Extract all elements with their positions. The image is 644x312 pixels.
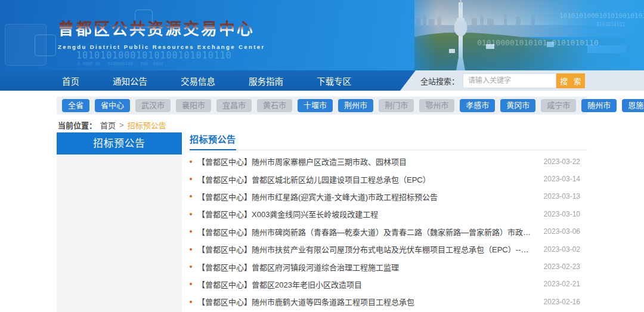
nav-item-trading[interactable]: 交易信息	[181, 75, 215, 87]
bullet-icon	[190, 265, 192, 268]
nav-item-home[interactable]: 首页	[62, 75, 79, 87]
list-item: 【曾都区中心】曾都区府河镇段河道综合治理工程施工监理 2023-02-23	[190, 258, 587, 275]
announcement-date: 2023-02-23	[544, 262, 580, 271]
search-input[interactable]	[463, 73, 556, 88]
list-item: 【曾都区中心】随州市鹿鹤大道等四条道路工程项目工程总承包 2023-02-16	[190, 293, 587, 310]
list-item: 【曾都区中心】随州市周家寨棚户区改造三期市政、园林项目 2023-03-22	[190, 153, 587, 170]
region-filter-button[interactable]: 十堰市	[298, 99, 333, 112]
announcement-date: 2023-03-06	[544, 227, 580, 236]
bullet-icon	[190, 195, 192, 197]
sidebar-panel	[57, 155, 182, 312]
search-button[interactable]: 搜 索	[556, 73, 585, 88]
binary-decor-text: 0 0000 00 0100000100 000 0000	[78, 61, 163, 66]
announcement-link[interactable]: 【曾都区中心】曾都区2023年老旧小区改造项目	[197, 279, 535, 290]
bullet-icon	[190, 160, 192, 163]
breadcrumb-current: 招标预公告	[128, 119, 166, 131]
announcement-date: 2023-02-16	[544, 298, 580, 306]
region-filter-button[interactable]: 荆门市	[379, 99, 414, 112]
bullet-icon	[190, 178, 192, 180]
region-filter-button[interactable]: 武汉市	[135, 99, 171, 112]
breadcrumb-separator: >	[119, 121, 124, 129]
announcement-date: 2023-03-13	[544, 192, 580, 200]
binary-decor-text: 0101010101	[596, 22, 625, 27]
list-item: 【曾都区中心】曾都区2023年老旧小区改造项目 2023-02-21	[190, 276, 587, 293]
nav-item-guide[interactable]: 服务指南	[249, 75, 283, 87]
breadcrumb: 当前位置： 首页 > 招标预公告	[58, 119, 166, 131]
header-banner: 曾都区公共资源交易中心 Zengdu District Public Resou…	[0, 0, 644, 70]
region-filter-button[interactable]: 咸宁市	[541, 99, 576, 112]
announcement-link[interactable]: 【曾都区中心】曾都区府河镇段河道综合治理工程施工监理	[197, 261, 535, 273]
list-item: 【曾都区中心】随州市红星路(迎宾大道-文峰大道)市政工程招标预公告 2023-0…	[190, 188, 587, 205]
section-title: 招标预公告	[190, 134, 236, 144]
announcement-link[interactable]: 【曾都区中心】随州市周家寨棚户区改造三期市政、园林项目	[197, 156, 535, 167]
announcement-date: 2023-03-14	[544, 175, 580, 183]
site-search: 全站搜索： 搜 索	[416, 70, 644, 91]
announcement-link[interactable]: 【曾都区中心】X003龚金线同兴至长岭坡段改建工程	[197, 208, 535, 220]
region-filter-button[interactable]: 随州市	[581, 99, 617, 112]
site-subtitle-en: Zengdu District Public Resources Exchang…	[58, 44, 265, 50]
binary-decor-text: 10101010001010100101010110	[76, 50, 232, 61]
bullet-icon	[190, 301, 192, 303]
announcement-link[interactable]: 【曾都区中心】随州市鹿鹤大道等四条道路工程项目工程总承包	[197, 296, 535, 307]
announcement-date: 2023-03-10	[544, 210, 580, 218]
announcement-list: 【曾都区中心】随州市周家寨棚户区改造三期市政、园林项目 2023-03-22 【…	[190, 153, 587, 312]
search-label: 全站搜索：	[420, 75, 459, 87]
section-header: 招标预公告	[190, 132, 587, 150]
site-brand: 曾都区公共资源交易中心 Zengdu District Public Resou…	[58, 16, 265, 50]
breadcrumb-prefix: 当前位置：	[58, 119, 97, 131]
region-filter-button[interactable]: 黄石市	[257, 99, 292, 112]
region-filter-button[interactable]: 荆州市	[338, 99, 373, 112]
main-content: 招标预公告 【曾都区中心】随州市周家寨棚户区改造三期市政、园林项目 2023-0…	[190, 132, 587, 312]
page: 曾都区公共资源交易中心 Zengdu District Public Resou…	[0, 0, 644, 312]
announcement-link[interactable]: 【曾都区中心】随州市碑岗新路（青春路—乾泰大道）及青春二路（魏家新路—曾家新路）…	[197, 226, 535, 237]
announcement-date: 2023-03-02	[544, 245, 580, 254]
region-filter-button[interactable]: 恩施州	[622, 99, 644, 112]
binary-decor-text: 10101010001010100101010101	[559, 12, 644, 20]
announcement-link[interactable]: 【曾都区中心】随州市红星路(迎宾大道-文峰大道)市政工程招标预公告	[197, 191, 535, 202]
header-cityscape-image	[414, 0, 644, 70]
list-item: 【曾都区中心】曾都区城北新区幼儿园建设项目工程总承包（EPC） 2023-03-…	[190, 170, 587, 187]
region-filter-button[interactable]: 省中心	[95, 99, 130, 112]
main-navbar: 首页 通知公告 交易信息 服务指南 下载专区 全站搜索： 搜 索	[0, 70, 644, 91]
region-filter-button[interactable]: 鄂州市	[419, 99, 454, 112]
region-filter-bar: 全省 省中心 武汉市 襄阳市 宜昌市 黄石市 十堰市 荆州市 荆门市 鄂州市 孝…	[57, 97, 587, 115]
region-filter-button[interactable]: 宜昌市	[216, 99, 252, 112]
region-filter-button[interactable]: 黄冈市	[500, 99, 535, 112]
bullet-icon	[190, 248, 192, 251]
sidebar: 招标预公告	[57, 132, 182, 312]
region-filter-button[interactable]: 孝感市	[460, 99, 495, 112]
nav-item-notices[interactable]: 通知公告	[113, 75, 147, 87]
bullet-icon	[190, 213, 192, 215]
nav-menu: 首页 通知公告 交易信息 服务指南 下载专区	[0, 70, 416, 91]
binary-decor-text: 010100001010101 0101010110	[477, 38, 599, 47]
announcement-date: 2023-02-21	[544, 280, 580, 288]
list-item: 【曾都区中心】随州市扶贫产业有限公司屋顶分布式电站及光伏车棚项目工程总承包（EP…	[190, 240, 587, 258]
list-item: 【曾都区中心】随州市碑岗新路（青春路—乾泰大道）及青春二路（魏家新路—曾家新路）…	[190, 223, 587, 240]
bullet-icon	[190, 230, 192, 233]
list-item: 【曾都区中心】X003龚金线同兴至长岭坡段改建工程 2023-03-10	[190, 205, 587, 223]
announcement-link[interactable]: 【曾都区中心】曾都区城北新区幼儿园建设项目工程总承包（EPC）	[197, 174, 535, 185]
breadcrumb-home-link[interactable]: 首页	[100, 119, 116, 131]
site-title: 曾都区公共资源交易中心	[58, 16, 265, 39]
region-filter-button[interactable]: 全省	[62, 99, 89, 112]
nav-item-downloads[interactable]: 下载专区	[317, 75, 351, 87]
sidebar-item-tender-prenotice[interactable]: 招标预公告	[57, 132, 182, 155]
announcement-link[interactable]: 【曾都区中心】随州市扶贫产业有限公司屋顶分布式电站及光伏车棚项目工程总承包（EP…	[197, 243, 535, 255]
region-filter-button[interactable]: 襄阳市	[176, 99, 211, 112]
announcement-date: 2023-03-22	[544, 157, 580, 166]
header-decor-box	[35, 35, 56, 56]
section-title-underline	[190, 149, 236, 150]
bullet-icon	[190, 283, 192, 285]
